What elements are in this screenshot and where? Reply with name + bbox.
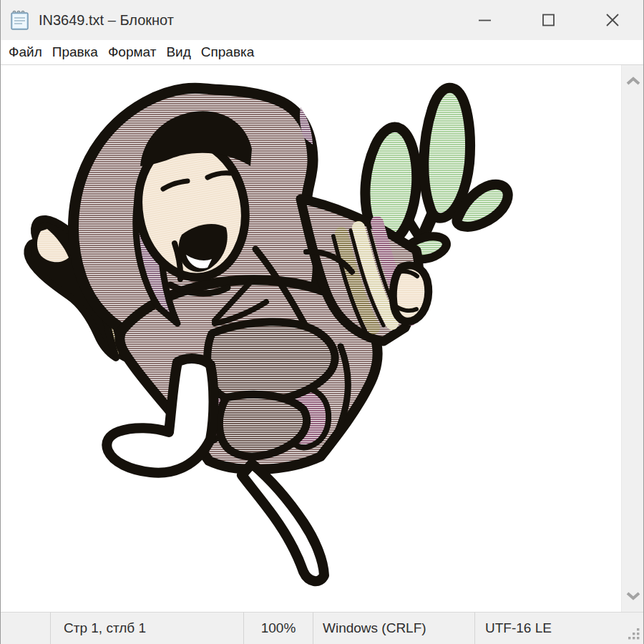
menu-view[interactable]: Вид (161, 40, 195, 64)
clipart-dancer (0, 65, 621, 612)
chevron-down-icon (625, 591, 641, 601)
scroll-down-button[interactable] (622, 583, 644, 609)
status-zoom-level: 100% (243, 613, 313, 644)
menu-format[interactable]: Формат (103, 40, 162, 64)
scroll-up-button[interactable] (622, 68, 644, 94)
vertical-scrollbar[interactable] (621, 65, 644, 612)
minimize-button[interactable] (453, 0, 517, 40)
minimize-icon (477, 11, 494, 29)
status-cursor-pos: Стр 1, стлб 1 (50, 613, 243, 644)
titlebar: IN3649.txt – Блокнот (0, 0, 644, 40)
menubar: Файл Правка Формат Вид Справка (0, 40, 644, 65)
status-line-endings: Windows (CRLF) (313, 613, 474, 644)
status-encoding-label: UTF-16 LE (485, 620, 552, 636)
menu-file[interactable]: Файл (4, 40, 47, 64)
maximize-button[interactable] (517, 0, 580, 40)
text-area[interactable] (0, 65, 621, 612)
close-button[interactable] (580, 0, 644, 40)
chevron-up-icon (625, 76, 641, 86)
resize-grip-icon[interactable] (628, 628, 640, 640)
maximize-icon (540, 11, 557, 29)
menu-help[interactable]: Справка (196, 40, 260, 64)
standing-boot (242, 464, 324, 581)
status-spacer (0, 613, 50, 644)
menu-edit[interactable]: Правка (47, 40, 103, 64)
close-icon (604, 11, 621, 29)
caption-controls (453, 0, 644, 40)
status-encoding: UTF-16 LE (474, 613, 644, 644)
window-border-left (0, 0, 1, 644)
statusbar: Стр 1, стлб 1 100% Windows (CRLF) UTF-16… (0, 612, 644, 644)
window-title: IN3649.txt – Блокнот (39, 12, 174, 29)
notepad-icon (9, 9, 31, 31)
